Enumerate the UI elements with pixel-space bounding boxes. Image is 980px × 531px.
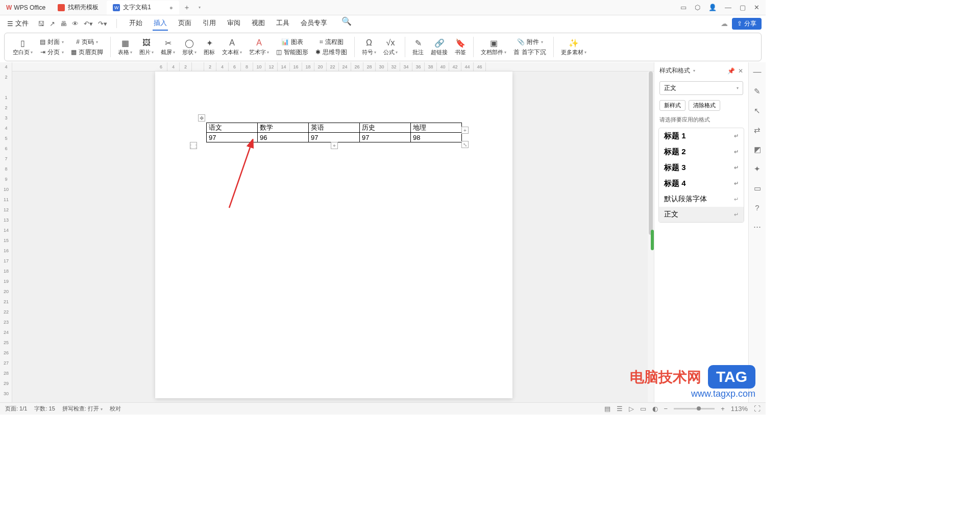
zoom-slider[interactable]	[674, 408, 715, 409]
more-icon[interactable]: ⋯	[753, 222, 761, 231]
ribbon-smartart[interactable]: ◫智能图形	[273, 47, 311, 57]
table-cell[interactable]: 96	[258, 133, 309, 142]
ribbon-cover[interactable]: ▤封面▾	[37, 37, 67, 47]
view-focus-icon[interactable]: ◐	[652, 405, 658, 413]
export-icon[interactable]: ↗	[50, 20, 55, 28]
style-item[interactable]: 正文↵	[659, 207, 744, 222]
save-icon[interactable]: 🖫	[38, 20, 44, 28]
collapse-panel-icon[interactable]: —	[753, 67, 762, 77]
ribbon-page-break[interactable]: ⇥分页▾	[37, 47, 67, 57]
swap-icon[interactable]: ⇄	[754, 126, 761, 135]
ribbon-symbol[interactable]: Ω符号▾	[359, 37, 379, 57]
ribbon-shape[interactable]: ◯形状▾	[179, 37, 200, 57]
ribbon-hyperlink[interactable]: 🔗超链接	[428, 37, 451, 57]
cloud-icon[interactable]: ☁	[721, 19, 728, 28]
ribbon-chart[interactable]: 📊图表	[273, 37, 311, 47]
status-proof[interactable]: 校对	[110, 405, 121, 413]
table-move-handle[interactable]: ✥	[198, 114, 205, 122]
scroll-thumb[interactable]	[649, 71, 653, 235]
ribbon-picture[interactable]: 🖼图片▾	[136, 37, 157, 57]
close-icon[interactable]: ✕	[738, 67, 743, 75]
menu-tab-page[interactable]: 页面	[177, 16, 192, 31]
redo-icon[interactable]: ↷▾	[98, 20, 107, 28]
edit-icon[interactable]: ✎	[754, 87, 761, 96]
table-drag-handle[interactable]: ⋮⋮	[190, 142, 197, 149]
layout-icon[interactable]: ▭	[680, 4, 687, 11]
ribbon-more[interactable]: ✨更多素材▾	[558, 37, 590, 57]
document-page[interactable]: ✥ 语文 数学 英语 历史 地理 97 96 97 97 98 + ⋮⋮	[155, 71, 512, 398]
zoom-thumb[interactable]	[697, 406, 701, 411]
style-item[interactable]: 默认段落字体↵	[659, 191, 744, 207]
menu-tab-review[interactable]: 审阅	[226, 16, 241, 31]
table-cell[interactable]: 98	[411, 133, 462, 142]
tab-add-button[interactable]: ＋	[179, 3, 194, 12]
table-cell[interactable]: 语文	[207, 123, 258, 133]
ribbon-bookmark[interactable]: 🔖书签	[452, 37, 469, 57]
fullscreen-icon[interactable]: ⛶	[754, 405, 761, 413]
select-icon[interactable]: ↖	[754, 106, 761, 115]
table-cell[interactable]: 历史	[360, 123, 411, 133]
ribbon-icon[interactable]: ✦图标	[201, 37, 218, 57]
ribbon-attachment[interactable]: 📎附件▾	[510, 37, 549, 47]
style-item[interactable]: 标题 2↵	[659, 144, 744, 160]
menu-tab-view[interactable]: 视图	[251, 16, 266, 31]
zoom-in-icon[interactable]: +	[721, 405, 725, 413]
side-drag-handle[interactable]	[651, 230, 654, 250]
tab-templates[interactable]: 找稻壳模板	[52, 1, 105, 15]
book-icon[interactable]: ▭	[754, 184, 761, 193]
ribbon-flowchart[interactable]: ⌗流程图	[312, 37, 350, 47]
gallery-icon[interactable]: ◩	[754, 145, 761, 154]
ribbon-screenshot[interactable]: ✂截屏▾	[158, 37, 178, 57]
view-outline-icon[interactable]: ☰	[617, 405, 623, 413]
ribbon-textbox[interactable]: A文本框▾	[219, 37, 245, 57]
share-button[interactable]: ⇪ 分享	[732, 18, 762, 30]
table-add-col[interactable]: +	[461, 127, 469, 134]
ribbon-page-number[interactable]: #页码▾	[68, 37, 106, 47]
ribbon-blank-page[interactable]: ▯空白页▾	[10, 37, 36, 57]
table-cell[interactable]: 97	[360, 133, 411, 142]
tab-document[interactable]: W 文字文稿1 ●	[107, 1, 179, 15]
table-add-row[interactable]: +	[331, 142, 338, 149]
table-cell[interactable]: 英语	[309, 123, 360, 133]
status-spell[interactable]: 拼写检查: 打开 ▾	[62, 405, 103, 413]
table-cell[interactable]: 地理	[411, 123, 462, 133]
view-read-icon[interactable]: ▷	[629, 405, 634, 413]
status-page[interactable]: 页面: 1/1	[5, 405, 27, 413]
menu-tab-insert[interactable]: 插入	[153, 16, 168, 31]
style-item[interactable]: 标题 1↵	[659, 128, 744, 144]
ribbon-table[interactable]: ▦表格▾	[115, 37, 135, 57]
close-button[interactable]: ✕	[754, 4, 760, 11]
pin-icon[interactable]: 📌	[727, 67, 735, 75]
search-icon[interactable]: 🔍	[341, 16, 352, 31]
style-select[interactable]: 正文 ▾	[659, 81, 743, 95]
menu-tab-member[interactable]: 会员专享	[300, 16, 328, 31]
cube-icon[interactable]: ⬡	[695, 4, 700, 11]
tab-add-dropdown[interactable]: ▾	[194, 5, 205, 10]
minimize-button[interactable]: —	[725, 4, 731, 11]
user-avatar[interactable]: 👤	[708, 4, 717, 11]
table-cell[interactable]: 数学	[258, 123, 309, 133]
table-cell[interactable]: 97	[207, 133, 258, 142]
view-page-icon[interactable]: ▤	[604, 405, 610, 413]
ribbon-formula[interactable]: √x公式▾	[380, 37, 401, 57]
document-table[interactable]: 语文 数学 英语 历史 地理 97 96 97 97 98	[206, 123, 462, 142]
sparkle-icon[interactable]: ✦	[754, 164, 761, 174]
menu-file[interactable]: ☰ 文件	[4, 19, 32, 28]
ribbon-comment[interactable]: ✎批注	[409, 37, 427, 57]
ribbon-header-footer[interactable]: ▦页眉页脚	[68, 47, 106, 57]
zoom-value[interactable]: 113%	[731, 405, 748, 413]
undo-icon[interactable]: ↶▾	[84, 20, 93, 28]
menu-tab-reference[interactable]: 引用	[202, 16, 217, 31]
style-item[interactable]: 标题 4↵	[659, 176, 744, 191]
status-words[interactable]: 字数: 15	[34, 405, 55, 413]
table-resize-handle[interactable]: ⤡	[461, 141, 469, 148]
menu-tab-tools[interactable]: 工具	[275, 16, 290, 31]
table-cell[interactable]: 97	[309, 133, 360, 142]
print-icon[interactable]: 🖶	[60, 20, 67, 28]
maximize-button[interactable]: ▢	[740, 4, 746, 11]
zoom-out-icon[interactable]: −	[664, 405, 668, 413]
ribbon-wordart[interactable]: A艺术字▾	[246, 37, 272, 57]
ribbon-mindmap[interactable]: ✱思维导图	[312, 47, 350, 57]
menu-tab-start[interactable]: 开始	[128, 16, 143, 31]
clear-format-button[interactable]: 清除格式	[689, 100, 720, 111]
